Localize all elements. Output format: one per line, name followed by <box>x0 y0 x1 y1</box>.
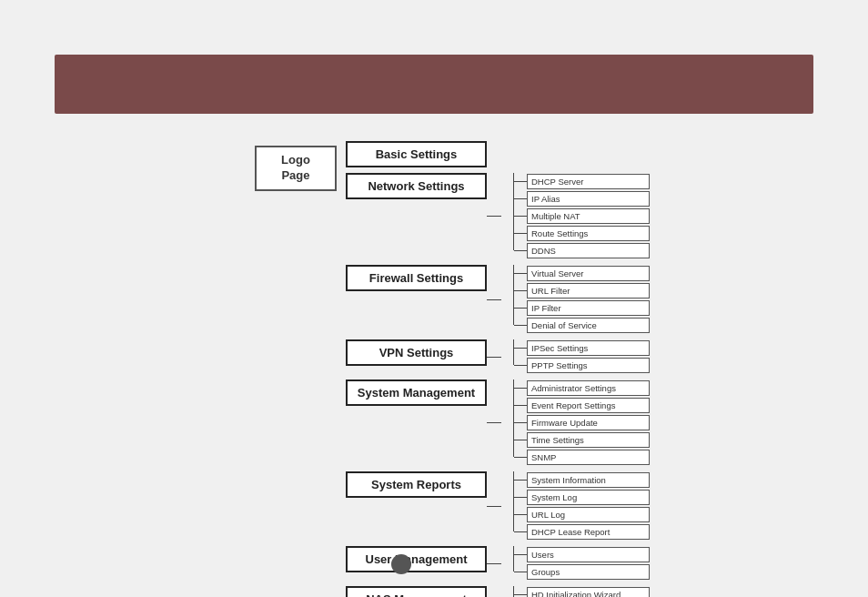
menu-section-firewall-settings: Firewall SettingsVirtual ServerURL Filte… <box>346 265 650 334</box>
h-stub <box>514 250 527 251</box>
sub-entry: IP Alias <box>514 190 650 207</box>
sub-entry: Route Settings <box>514 225 650 241</box>
sub-item-system-reports-3[interactable]: DHCP Lease Report <box>527 524 650 540</box>
sub-entry: SNMP <box>514 449 650 465</box>
connector-vertical-col <box>501 173 514 250</box>
connector-horizontal <box>487 422 501 423</box>
connector-vertical-col <box>501 379 514 457</box>
sub-item-user-management-0[interactable]: Users <box>527 547 650 562</box>
connector-vertical-col <box>501 339 514 365</box>
sub-item-system-management-1[interactable]: Event Report Settings <box>527 398 650 413</box>
h-stub <box>514 422 527 423</box>
h-stub <box>514 308 527 309</box>
h-stub <box>514 514 527 515</box>
connector-horizontal <box>487 563 501 564</box>
sub-item-system-reports-0[interactable]: System Information <box>527 472 650 488</box>
bottom-circle-decoration <box>391 554 411 574</box>
menu-item-network-settings[interactable]: Network Settings <box>346 173 487 199</box>
sub-entry: Groups <box>514 563 650 580</box>
h-stub <box>514 348 527 349</box>
connector-horizontal <box>487 216 501 217</box>
sub-entry: Time Settings <box>514 431 650 448</box>
connector-vertical-col <box>501 546 514 572</box>
h-stub <box>514 572 527 572</box>
sub-item-network-settings-0[interactable]: DHCP Server <box>527 174 650 189</box>
sub-entry: Denial of Service <box>514 317 650 333</box>
menu-item-nas-management[interactable]: NAS Management <box>346 586 487 597</box>
menu-section-system-management: System ManagementAdministrator SettingsE… <box>346 379 650 466</box>
sub-item-firewall-settings-1[interactable]: URL Filter <box>527 283 650 298</box>
header-banner <box>55 55 813 114</box>
h-stub <box>514 365 527 366</box>
h-stub <box>514 233 527 234</box>
sub-entry: Multiple NAT <box>514 207 650 224</box>
sub-entry: IP Filter <box>514 299 650 316</box>
connector-vertical-col <box>501 471 514 531</box>
menu-structure: Basic SettingsNetwork SettingsDHCP Serve… <box>346 141 650 597</box>
sub-entry: Administrator Settings <box>514 379 650 396</box>
h-stub <box>514 181 527 182</box>
h-stub <box>514 325 527 326</box>
connector-horizontal <box>487 506 501 507</box>
sub-item-system-management-2[interactable]: Firmware Update <box>527 415 650 430</box>
menu-item-system-reports[interactable]: System Reports <box>346 471 487 498</box>
h-stub <box>514 290 527 291</box>
sub-entry: PPTP Settings <box>514 357 650 373</box>
sub-entry: Firmware Update <box>514 414 650 430</box>
sub-item-system-management-0[interactable]: Administrator Settings <box>527 380 650 396</box>
sub-item-system-reports-1[interactable]: System Log <box>527 490 650 505</box>
h-stub <box>514 594 527 595</box>
sub-item-network-settings-4[interactable]: DDNS <box>527 243 650 258</box>
sub-item-user-management-1[interactable]: Groups <box>527 564 650 580</box>
h-stub <box>514 198 527 199</box>
menu-item-user-management[interactable]: User Management <box>346 546 487 572</box>
sub-entry: System Log <box>514 489 650 505</box>
sub-entry: URL Log <box>514 506 650 522</box>
sub-entry: System Information <box>514 471 650 488</box>
logo-line2: Page <box>281 168 309 184</box>
sub-item-network-settings-3[interactable]: Route Settings <box>527 226 650 241</box>
sub-item-firewall-settings-2[interactable]: IP Filter <box>527 300 650 316</box>
sub-item-vpn-settings-1[interactable]: PPTP Settings <box>527 358 650 373</box>
sub-item-system-management-3[interactable]: Time Settings <box>527 432 650 448</box>
sub-entry: URL Filter <box>514 282 650 298</box>
menu-item-system-management[interactable]: System Management <box>346 379 487 406</box>
sub-item-network-settings-2[interactable]: Multiple NAT <box>527 208 650 224</box>
h-stub <box>514 273 527 274</box>
sub-item-system-management-4[interactable]: SNMP <box>527 450 650 465</box>
h-stub <box>514 554 527 555</box>
sub-item-firewall-settings-3[interactable]: Denial of Service <box>527 318 650 333</box>
h-stub <box>514 405 527 406</box>
h-stub <box>514 216 527 217</box>
sub-item-firewall-settings-0[interactable]: Virtual Server <box>527 266 650 281</box>
sub-entry: DHCP Server <box>514 173 650 189</box>
sub-entry: DHCP Lease Report <box>514 523 650 540</box>
menu-item-basic-settings[interactable]: Basic Settings <box>346 141 487 167</box>
sub-entry: Virtual Server <box>514 265 650 281</box>
connector-horizontal <box>487 299 501 300</box>
connector-horizontal <box>487 357 501 358</box>
sub-entry: Event Report Settings <box>514 397 650 413</box>
sub-entry: Users <box>514 546 650 562</box>
connector-vertical-col <box>501 265 514 325</box>
logo-box: Logo Page <box>255 146 337 191</box>
menu-section-system-reports: System ReportsSystem InformationSystem L… <box>346 471 650 541</box>
sub-entry: HD Initialization Wizard <box>514 586 650 597</box>
sub-item-nas-management-0[interactable]: HD Initialization Wizard <box>527 587 650 598</box>
sub-entry: IPSec Settings <box>514 339 650 356</box>
h-stub <box>514 497 527 498</box>
h-stub <box>514 531 527 532</box>
sub-item-network-settings-1[interactable]: IP Alias <box>527 191 650 207</box>
sub-entry: DDNS <box>514 242 650 258</box>
sub-item-system-reports-2[interactable]: URL Log <box>527 507 650 522</box>
h-stub <box>514 457 527 458</box>
h-stub <box>514 480 527 481</box>
connector-vertical-col <box>501 586 514 597</box>
menu-item-firewall-settings[interactable]: Firewall Settings <box>346 265 487 291</box>
h-stub <box>514 440 527 440</box>
menu-section-basic-settings: Basic Settings <box>346 141 650 167</box>
sub-item-vpn-settings-0[interactable]: IPSec Settings <box>527 340 650 356</box>
menu-section-network-settings: Network SettingsDHCP ServerIP AliasMulti… <box>346 173 650 259</box>
menu-item-vpn-settings[interactable]: VPN Settings <box>346 339 487 366</box>
menu-section-vpn-settings: VPN SettingsIPSec SettingsPPTP Settings <box>346 339 650 374</box>
